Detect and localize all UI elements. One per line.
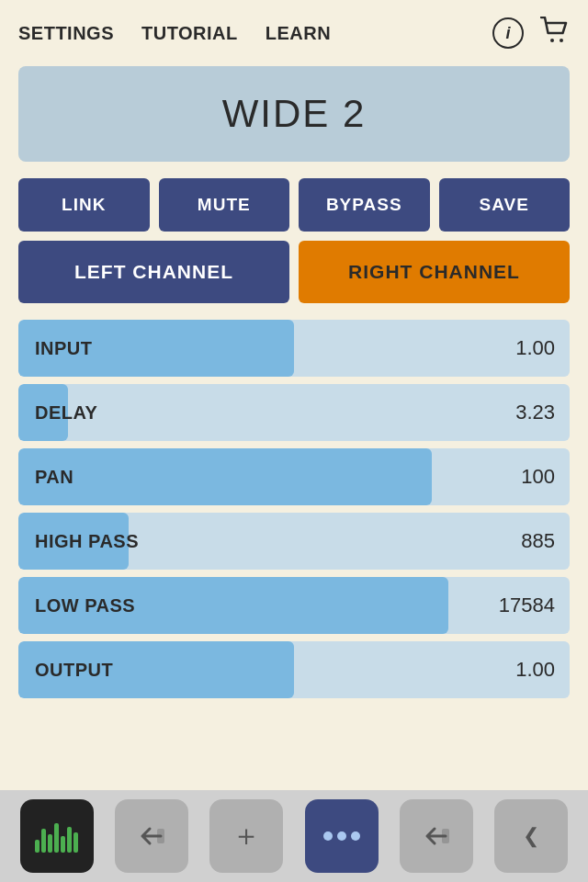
save-button[interactable]: SAVE (439, 178, 571, 232)
svg-point-1 (560, 39, 563, 42)
params-container: INPUT1.00DELAY3.23PAN100HIGH PASS885LOW … (18, 320, 570, 698)
nav-icons: i (492, 17, 570, 51)
param-row-low-pass[interactable]: LOW PASS17584 (18, 577, 570, 634)
plus-icon: ＋ (232, 816, 261, 856)
bypass-button[interactable]: BYPASS (299, 178, 430, 232)
param-label-delay: DELAY (35, 402, 97, 424)
toolbar-dots[interactable] (305, 799, 379, 873)
nav-tutorial[interactable]: TUTORIAL (141, 23, 238, 44)
nav-links: SETTINGS TUTORIAL LEARN (18, 23, 492, 44)
mute-button[interactable]: MUTE (159, 178, 290, 232)
waveform-icon (35, 820, 78, 853)
preset-header: WIDE 2 (18, 66, 570, 162)
svg-rect-3 (442, 829, 449, 843)
info-icon[interactable]: i (492, 17, 524, 49)
param-value-pan: 100 (521, 465, 555, 489)
param-label-output: OUTPUT (35, 660, 113, 681)
toolbar-waveform[interactable] (20, 799, 94, 873)
param-row-pan[interactable]: PAN100 (18, 448, 570, 505)
right-channel-button[interactable]: RIGHT CHANNEL (299, 241, 570, 303)
param-label-pan: PAN (35, 467, 74, 488)
arrow-back-icon (135, 820, 168, 853)
toolbar-back1[interactable] (115, 799, 188, 873)
param-row-delay[interactable]: DELAY3.23 (18, 384, 570, 441)
param-value-low-pass: 17584 (499, 594, 555, 617)
param-value-high-pass: 885 (521, 529, 555, 553)
nav-learn[interactable]: LEARN (266, 23, 331, 44)
param-value-output: 1.00 (515, 658, 555, 682)
param-label-low-pass: LOW PASS (35, 595, 135, 616)
channel-buttons: LEFT CHANNEL RIGHT CHANNEL (18, 241, 570, 303)
param-row-high-pass[interactable]: HIGH PASS885 (18, 513, 570, 570)
param-label-input: INPUT (35, 338, 93, 359)
top-nav: SETTINGS TUTORIAL LEARN i (0, 0, 588, 66)
param-fill-pan (18, 448, 432, 505)
arrow-back2-icon (420, 820, 453, 853)
preset-title: WIDE 2 (222, 92, 367, 135)
svg-rect-2 (157, 829, 164, 843)
param-row-input[interactable]: INPUT1.00 (18, 320, 570, 377)
control-buttons: LINK MUTE BYPASS SAVE (18, 178, 570, 232)
svg-point-0 (550, 39, 554, 42)
nav-settings[interactable]: SETTINGS (18, 23, 114, 44)
cart-icon[interactable] (540, 17, 570, 51)
toolbar-chevron[interactable]: ❮ (494, 799, 568, 873)
toolbar-add[interactable]: ＋ (209, 799, 283, 873)
param-label-high-pass: HIGH PASS (35, 531, 139, 552)
link-button[interactable]: LINK (18, 178, 150, 232)
bottom-toolbar: ＋ ❮ (0, 790, 588, 882)
left-channel-button[interactable]: LEFT CHANNEL (18, 241, 289, 303)
chevron-left-icon: ❮ (523, 824, 539, 848)
param-value-input: 1.00 (515, 336, 555, 360)
param-value-delay: 3.23 (515, 401, 555, 424)
toolbar-back2[interactable] (400, 799, 473, 873)
param-row-output[interactable]: OUTPUT1.00 (18, 641, 570, 698)
dots-icon (323, 831, 360, 841)
